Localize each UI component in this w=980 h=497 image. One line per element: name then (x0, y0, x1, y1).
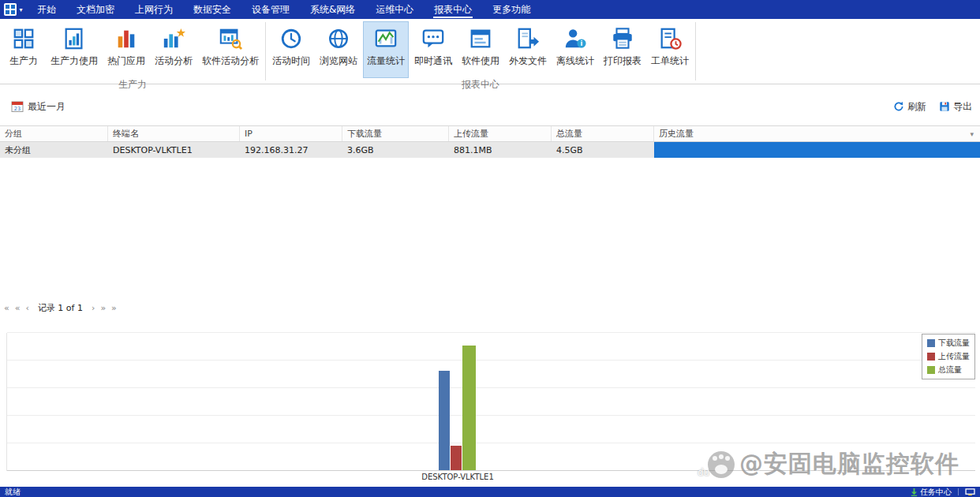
fast-next-page-button[interactable]: » (100, 304, 106, 312)
traffic-table: 分组 终端名 IP 下载流量 上传流量 总流量 历史流量 ▾ 未分组 DESKT… (0, 125, 980, 158)
ribbon-group-label: 报表中心 (267, 78, 694, 95)
task-center-button[interactable]: 任务中心 (911, 487, 952, 497)
prev-page-button[interactable]: ‹ (25, 304, 28, 312)
ribbon-button-label: 生产力 (9, 54, 38, 68)
menu-item-ops-center[interactable]: 运维中心 (365, 0, 424, 19)
ribbon-button-activity-time[interactable]: 活动时间 (268, 21, 314, 78)
fast-prev-page-button[interactable]: « (15, 304, 21, 312)
column-header-history-label: 历史流量 (659, 128, 694, 140)
menu-item-report-center[interactable]: 报表中心 (424, 0, 482, 19)
ribbon-button-hot-apps[interactable]: 热门应用 (103, 21, 149, 78)
chevron-down-icon: ▾ (19, 6, 22, 13)
traffic-bar-chart: DESKTOP-VLKTLE1 下载流量 上传流量 总流量 (6, 333, 975, 471)
chart-gridline (7, 443, 975, 443)
date-range-label: 最近一月 (28, 100, 65, 114)
ribbon-button-activity-analysis[interactable]: 活动分析 (151, 21, 196, 78)
export-icon (939, 101, 950, 112)
cell-download: 3.6GB (342, 142, 449, 158)
ribbon-button-print-report[interactable]: 打印报表 (600, 21, 645, 78)
chart-x-axis (7, 470, 975, 471)
date-range-selector[interactable]: 23 最近一月 (11, 100, 65, 114)
browse-website-globe-icon (327, 24, 350, 53)
ribbon-button-traffic-stats[interactable]: 流量统计 (363, 21, 409, 78)
table-row[interactable]: 未分组 DESKTOP-VLKTLE1 192.168.31.27 3.6GB … (0, 142, 980, 158)
column-menu-icon[interactable]: ▾ (970, 130, 975, 138)
chart-plot (6, 333, 975, 471)
app-menu-button[interactable]: ▾ (0, 0, 27, 19)
chart-bar-2 (462, 346, 476, 470)
outgoing-files-icon (516, 24, 540, 53)
menu-item-data-security[interactable]: 数据安全 (183, 0, 241, 19)
ribbon-group-productivity: 生产力 生产力使用 热门应用 活动分析 (0, 19, 265, 84)
status-ready-label: 就绪 (5, 487, 21, 497)
table-header-row: 分组 终端名 IP 下载流量 上传流量 总流量 历史流量 ▾ (0, 125, 980, 142)
ribbon-button-label: 流量统计 (367, 54, 405, 68)
legend-label: 总流量 (938, 364, 962, 376)
first-page-button[interactable]: « (4, 304, 9, 312)
legend-label: 下载流量 (938, 338, 970, 349)
report-toolbar: 23 最近一月 刷新 导出 (0, 96, 980, 117)
ribbon-button-browse-website[interactable]: 浏览网站 (316, 21, 361, 78)
legend-swatch-upload (927, 353, 935, 361)
column-header-group[interactable]: 分组 (0, 126, 108, 141)
hot-apps-icon (114, 24, 138, 53)
legend-swatch-download (927, 339, 935, 347)
refresh-label: 刷新 (907, 100, 926, 114)
menu-item-doc-encrypt[interactable]: 文档加密 (66, 0, 125, 19)
next-page-button[interactable]: › (92, 304, 95, 312)
ribbon-button-productivity-usage[interactable]: 生产力使用 (47, 21, 102, 78)
cell-upload: 881.1MB (449, 142, 552, 158)
status-separator (958, 488, 959, 495)
chart-legend: 下载流量 上传流量 总流量 (922, 334, 975, 379)
last-page-button[interactable]: » (111, 304, 117, 312)
calendar-icon: 23 (11, 100, 24, 113)
tray-monitor-icon[interactable] (965, 488, 975, 496)
column-header-download[interactable]: 下载流量 (342, 126, 449, 141)
ribbon-button-label: 软件使用 (462, 54, 499, 68)
cell-terminal: DESKTOP-VLKTLE1 (108, 142, 240, 158)
chart-bar-0 (439, 371, 450, 470)
ribbon-button-label: 离线统计 (556, 54, 594, 68)
column-header-upload[interactable]: 上传流量 (449, 126, 552, 141)
ribbon-button-outgoing-files[interactable]: 外发文件 (505, 21, 551, 78)
print-report-printer-icon (611, 24, 634, 53)
menu-item-device-mgmt[interactable]: 设备管理 (241, 0, 300, 19)
ribbon-button-software-usage[interactable]: 软件使用 (458, 21, 503, 78)
record-count-label: 记录 1 of 1 (38, 302, 83, 314)
legend-label: 上传流量 (938, 351, 970, 362)
menu-item-web-behavior[interactable]: 上网行为 (125, 0, 183, 19)
ribbon-button-label: 热门应用 (107, 54, 145, 68)
column-header-total[interactable]: 总流量 (552, 126, 654, 141)
ribbon: 生产力 生产力使用 热门应用 活动分析 (0, 19, 980, 84)
pagination-bar: « « ‹ 记录 1 of 1 › » » (0, 301, 117, 315)
ribbon-separator (695, 22, 696, 80)
traffic-stats-icon (374, 24, 398, 53)
export-button[interactable]: 导出 (939, 100, 972, 114)
menu-item-system-network[interactable]: 系统&网络 (300, 0, 365, 19)
chart-gridline (7, 332, 975, 333)
column-header-ip[interactable]: IP (240, 126, 342, 141)
svg-text:i: i (581, 39, 583, 47)
ribbon-button-productivity[interactable]: 生产力 (2, 21, 45, 78)
cell-ip: 192.168.31.27 (240, 142, 342, 158)
ribbon-button-label: 外发文件 (509, 54, 547, 68)
menu-item-start[interactable]: 开始 (27, 0, 66, 19)
ribbon-button-software-activity-analysis[interactable]: 软件活动分析 (198, 21, 263, 78)
ribbon-button-label: 活动分析 (155, 54, 193, 68)
menu-item-more[interactable]: 更多功能 (482, 0, 540, 19)
ribbon-button-instant-messaging[interactable]: 即时通讯 (410, 21, 456, 78)
column-header-history[interactable]: 历史流量 ▾ (654, 126, 980, 141)
refresh-button[interactable]: 刷新 (893, 100, 926, 114)
ribbon-button-label: 浏览网站 (320, 54, 357, 68)
column-header-terminal[interactable]: 终端名 (108, 126, 240, 141)
history-traffic-bar (654, 142, 980, 158)
ribbon-button-offline-stats[interactable]: i 离线统计 (552, 21, 598, 78)
ribbon-button-work-order-stats[interactable]: 工单统计 (647, 21, 693, 78)
ribbon-button-label: 工单统计 (651, 54, 689, 68)
chart-bar-1 (451, 446, 462, 470)
task-center-label: 任务中心 (920, 487, 952, 497)
ribbon-button-label: 打印报表 (604, 54, 641, 68)
download-arrow-icon (911, 488, 918, 496)
refresh-icon (893, 101, 904, 112)
offline-stats-person-icon: i (563, 24, 587, 53)
